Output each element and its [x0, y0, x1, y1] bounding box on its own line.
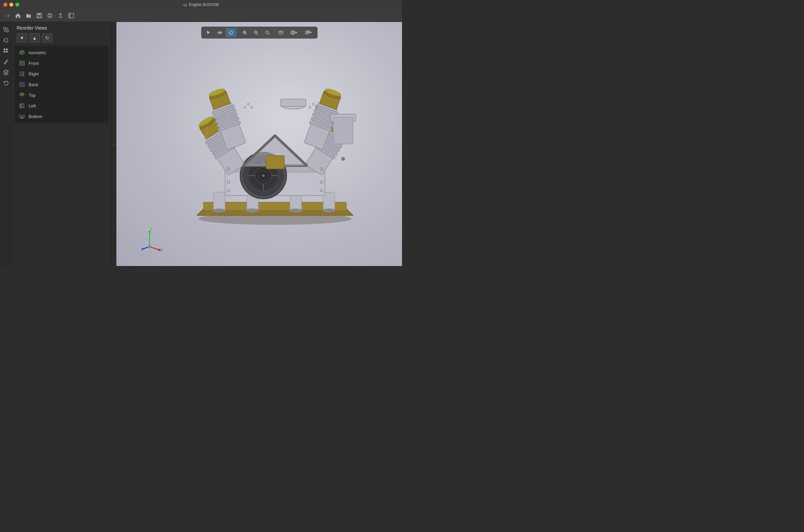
sidebar-item-layers[interactable]: [1, 67, 11, 77]
view-item-top[interactable]: Top: [15, 90, 109, 100]
select-tool-button[interactable]: [203, 28, 214, 37]
svg-rect-11: [6, 49, 8, 50]
svg-rect-106: [266, 156, 284, 169]
view-item-right[interactable]: Right: [15, 69, 109, 79]
save-button[interactable]: [35, 11, 44, 20]
svg-point-63: [262, 174, 265, 177]
view-toolbar: [201, 26, 318, 39]
svg-point-113: [247, 103, 249, 105]
refresh-button[interactable]: ↻: [42, 33, 53, 42]
view-label-front: Front: [28, 61, 39, 66]
svg-point-55: [322, 208, 336, 212]
svg-rect-111: [333, 117, 353, 144]
svg-marker-29: [22, 104, 24, 108]
front-icon: [19, 60, 25, 66]
svg-point-53: [289, 208, 302, 212]
view-orient-button[interactable]: [302, 28, 315, 37]
titlebar: 🗂 Engine.SLDASM: [0, 0, 402, 9]
svg-point-115: [309, 107, 311, 108]
zoom-fit-button[interactable]: [240, 28, 250, 37]
3d-view-button[interactable]: [276, 28, 286, 37]
svg-rect-19: [20, 62, 24, 64]
print-button[interactable]: [45, 11, 55, 20]
view-label-right: Right: [28, 72, 39, 76]
sidebar-item-grid[interactable]: [1, 46, 11, 56]
display-style-button[interactable]: [287, 28, 301, 37]
main-layout: Reorder Views ▼ ▲ ↻ Isometric: [0, 22, 402, 266]
open-file-button[interactable]: [24, 11, 33, 20]
svg-text:X: X: [160, 248, 162, 252]
bottom-icon: [19, 113, 25, 120]
panel-title: Reorder Views: [12, 22, 111, 33]
svg-rect-6: [4, 27, 6, 29]
svg-point-36: [266, 31, 268, 34]
svg-point-49: [212, 208, 226, 212]
left-icon: [19, 102, 25, 109]
home-button[interactable]: [13, 11, 23, 20]
svg-rect-13: [6, 51, 8, 53]
view-item-back[interactable]: Back: [15, 79, 109, 90]
close-button[interactable]: [3, 3, 7, 7]
svg-marker-21: [22, 72, 24, 76]
file-icon: 🗂: [183, 2, 187, 7]
svg-rect-1: [38, 13, 41, 15]
view-item-isometric[interactable]: Isometric: [15, 47, 109, 58]
export-button[interactable]: [56, 11, 65, 20]
view-label-bottom: Bottom: [28, 114, 42, 119]
svg-line-41: [279, 32, 281, 33]
svg-point-51: [246, 208, 259, 212]
isometric-icon: [19, 49, 25, 56]
svg-rect-2: [38, 16, 41, 17]
svg-point-136: [148, 245, 151, 248]
minimize-button[interactable]: [9, 3, 13, 7]
views-list: Isometric Front: [15, 46, 109, 123]
svg-rect-10: [4, 49, 5, 50]
view-label-isometric: Isometric: [28, 50, 46, 55]
right-icon: [19, 71, 25, 77]
svg-marker-22: [20, 72, 22, 76]
view-item-front[interactable]: Front: [15, 58, 109, 69]
svg-rect-9: [6, 30, 8, 32]
svg-rect-24: [20, 83, 24, 86]
sidebar-item-model-tree[interactable]: [1, 25, 11, 35]
svg-marker-28: [20, 104, 22, 108]
rotate-tool-button[interactable]: [226, 28, 236, 37]
svg-rect-12: [4, 51, 5, 53]
sidebar-item-annotate[interactable]: [1, 57, 11, 66]
svg-point-114: [251, 107, 253, 108]
move-up-button[interactable]: ▲: [29, 33, 40, 42]
maximize-button[interactable]: [15, 3, 19, 7]
panel-collapse-handle[interactable]: ◁: [112, 22, 116, 266]
svg-rect-7: [6, 27, 8, 29]
sidebar-item-refresh[interactable]: [1, 35, 11, 45]
svg-rect-5: [69, 13, 71, 18]
svg-rect-108: [281, 99, 306, 107]
viewport[interactable]: Y X: [116, 22, 402, 266]
view-label-back: Back: [28, 82, 38, 87]
back-icon: [19, 81, 25, 88]
zoom-box-button[interactable]: [251, 28, 261, 37]
minus-e-button[interactable]: - e: [3, 11, 12, 20]
svg-rect-43: [306, 31, 308, 34]
engine-model: [177, 53, 370, 235]
top-icon: [19, 92, 25, 98]
zoom-button[interactable]: [262, 28, 273, 37]
toolbar-separator-1: [238, 29, 238, 36]
view-label-top: Top: [28, 93, 36, 98]
sidebar-toggle-button[interactable]: [66, 11, 76, 20]
toolbar-separator-2: [274, 29, 274, 36]
svg-line-33: [245, 33, 247, 35]
pan-tool-button[interactable]: [214, 28, 225, 37]
panel-controls: ▼ ▲ ↻: [12, 33, 111, 46]
svg-rect-8: [4, 30, 6, 32]
svg-marker-135: [141, 248, 143, 250]
sidebar-item-undo[interactable]: [1, 78, 11, 88]
move-down-button[interactable]: ▼: [17, 33, 27, 42]
svg-marker-42: [291, 31, 295, 35]
svg-rect-3: [48, 15, 52, 17]
view-item-bottom[interactable]: Bottom: [15, 111, 109, 122]
views-panel: Reorder Views ▼ ▲ ↻ Isometric: [12, 22, 112, 266]
window-controls: [3, 3, 19, 7]
view-item-left[interactable]: Left: [15, 100, 109, 111]
main-toolbar: - e: [0, 9, 402, 22]
